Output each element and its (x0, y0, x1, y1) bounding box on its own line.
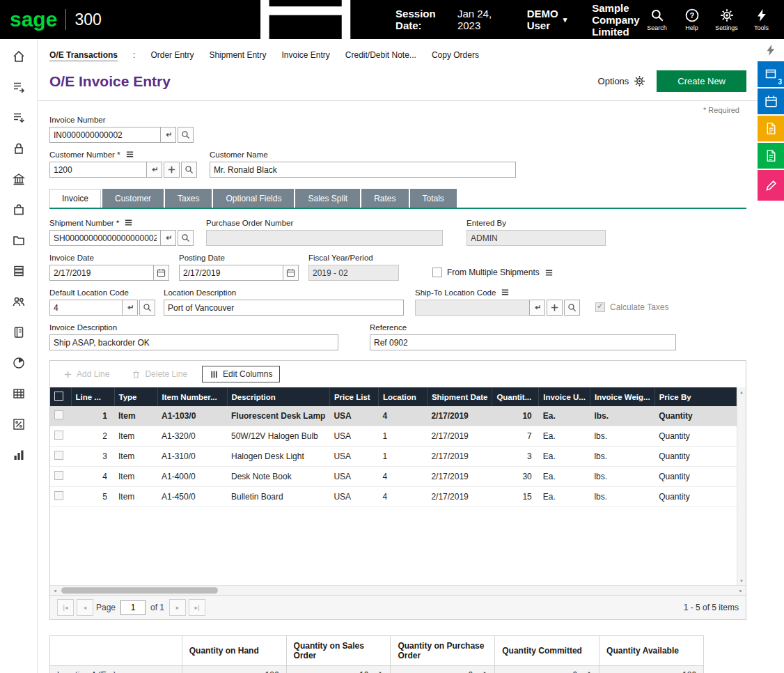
nav-purchases[interactable] (0, 199, 38, 220)
edit-columns-button[interactable]: Edit Columns (202, 366, 280, 382)
reference-input[interactable] (370, 334, 676, 350)
field-options-menu-icon[interactable] (544, 268, 554, 277)
shipment-number-finder-button[interactable] (178, 230, 194, 246)
field-options-menu-icon[interactable] (501, 288, 510, 297)
inquiry-widget-button[interactable] (758, 143, 784, 169)
breadcrumb-root[interactable]: O/E Transactions (49, 50, 118, 61)
row-checkbox[interactable] (54, 471, 63, 480)
col-header-price-list[interactable]: Price List (329, 387, 378, 406)
scroll-up-arrow[interactable]: ▴ (737, 387, 746, 396)
field-options-menu-icon[interactable] (125, 150, 134, 159)
nav-banking[interactable] (0, 169, 38, 189)
nav-transactions[interactable] (0, 107, 38, 128)
posting-date-calendar-button[interactable] (283, 265, 299, 281)
nav-rates[interactable] (0, 414, 38, 435)
open-windows-button[interactable]: 3 (758, 61, 784, 87)
invoice-number-finder-button[interactable] (178, 127, 194, 143)
col-header-item-number[interactable]: Item Number... (157, 387, 227, 406)
table-row[interactable]: 5 Item A1-450/0 Bulletin Board USA 4 2/1… (50, 487, 737, 507)
nav-documents[interactable] (0, 230, 38, 251)
tab-totals[interactable]: Totals (410, 189, 457, 208)
select-all-header[interactable] (50, 387, 71, 406)
bc-link-shipment-entry[interactable]: Shipment Entry (209, 50, 266, 60)
scroll-right-arrow[interactable]: ▸ (736, 586, 746, 595)
tab-taxes[interactable]: Taxes (165, 189, 212, 208)
reports-widget-button[interactable] (758, 116, 784, 141)
ship-to-finder-button[interactable] (564, 300, 580, 316)
tab-optional-fields[interactable]: Optional Fields (213, 189, 294, 208)
nav-analytics[interactable] (0, 353, 38, 373)
row-checkbox[interactable] (54, 451, 63, 460)
default-location-finder-button[interactable] (139, 300, 155, 316)
vertical-scrollbar[interactable]: ▴ ▾ (737, 387, 746, 585)
table-row[interactable]: 3 Item A1-310/0 Halogen Desk Light USA 1… (50, 447, 737, 467)
table-row[interactable]: 1 Item A1-103/0 Fluorescent Desk Lamp US… (50, 406, 737, 426)
customer-name-input[interactable] (210, 162, 516, 178)
ship-to-go-button[interactable] (529, 300, 545, 316)
scroll-left-arrow[interactable]: ◂ (50, 586, 60, 595)
help-button[interactable]: Help (675, 5, 709, 35)
row-checkbox[interactable] (54, 410, 63, 419)
row-checkbox[interactable] (54, 431, 63, 440)
col-header-location[interactable]: Location (378, 387, 427, 406)
nav-inventory[interactable] (0, 261, 38, 281)
col-header-line[interactable]: Line ... (71, 387, 114, 406)
default-location-code-input[interactable] (49, 300, 123, 316)
customer-number-go-button[interactable] (146, 162, 162, 178)
bc-link-copy-orders[interactable]: Copy Orders (432, 50, 479, 60)
nav-ledger[interactable] (0, 322, 38, 343)
shipment-number-input[interactable] (49, 230, 161, 246)
customer-number-finder-button[interactable] (181, 162, 197, 178)
scroll-down-arrow[interactable]: ▾ (737, 576, 746, 585)
field-options-menu-icon[interactable] (124, 218, 133, 227)
col-header-description[interactable]: Description (227, 387, 329, 406)
col-header-shipment-date[interactable]: Shipment Date (427, 387, 492, 406)
row-checkbox[interactable] (54, 491, 63, 500)
horizontal-scroll-thumb[interactable] (61, 587, 218, 594)
invoice-date-input[interactable] (49, 265, 154, 281)
tab-customer[interactable]: Customer (102, 189, 164, 208)
settings-button[interactable]: Settings (709, 5, 744, 35)
bc-link-invoice-entry[interactable]: Invoice Entry (281, 50, 329, 60)
default-location-go-button[interactable] (122, 300, 138, 316)
tab-rates[interactable]: Rates (361, 189, 408, 208)
customer-number-input[interactable] (49, 162, 147, 178)
col-header-type[interactable]: Type (114, 387, 157, 406)
horizontal-scrollbar[interactable]: ◂ ▸ (50, 585, 746, 595)
page-number-input[interactable] (120, 600, 146, 615)
nav-customers[interactable] (0, 291, 38, 312)
posting-date-input[interactable] (179, 265, 283, 281)
quick-launch-button[interactable] (758, 39, 784, 61)
nav-order-entry[interactable] (0, 77, 38, 98)
create-new-button[interactable]: Create New (657, 70, 746, 92)
ship-to-new-button[interactable] (547, 300, 563, 316)
col-header-invoice-unit[interactable]: Invoice U... (539, 387, 590, 406)
invoice-number-input[interactable] (49, 127, 161, 143)
nav-tables[interactable] (0, 383, 38, 404)
options-button[interactable]: Options (598, 75, 646, 87)
table-row[interactable]: 4 Item A1-400/0 Desk Note Book USA 4 2/1… (50, 467, 737, 487)
invoice-description-input[interactable] (49, 334, 338, 350)
notes-widget-button[interactable] (758, 170, 784, 201)
user-menu[interactable]: DEMO User ▾ (527, 8, 567, 31)
bc-link-order-entry[interactable]: Order Entry (150, 50, 194, 60)
sage-logo[interactable]: sage (10, 9, 57, 30)
session-date-value[interactable]: Jan 24, 2023 (457, 8, 506, 31)
invoice-date-calendar-button[interactable] (153, 265, 169, 281)
col-header-quantity[interactable]: Quantit... (492, 387, 539, 406)
nav-security[interactable] (0, 138, 38, 159)
location-description-input[interactable] (164, 300, 404, 316)
customer-number-new-button[interactable] (164, 162, 180, 178)
shipment-number-go-button[interactable] (160, 230, 176, 246)
select-all-checkbox[interactable] (54, 392, 63, 401)
calendar-widget-button[interactable] (758, 88, 784, 114)
nav-reports[interactable] (0, 444, 38, 465)
tab-invoice[interactable]: Invoice (49, 189, 101, 208)
tools-button[interactable]: Tools (744, 5, 779, 35)
invoice-number-go-button[interactable] (160, 127, 176, 143)
col-header-price-by[interactable]: Price By (654, 387, 736, 406)
from-multiple-shipments-checkbox[interactable] (432, 268, 442, 277)
search-button[interactable]: Search (640, 5, 675, 35)
bc-link-credit-debit-note[interactable]: Credit/Debit Note... (345, 50, 416, 60)
nav-home[interactable] (0, 46, 38, 67)
